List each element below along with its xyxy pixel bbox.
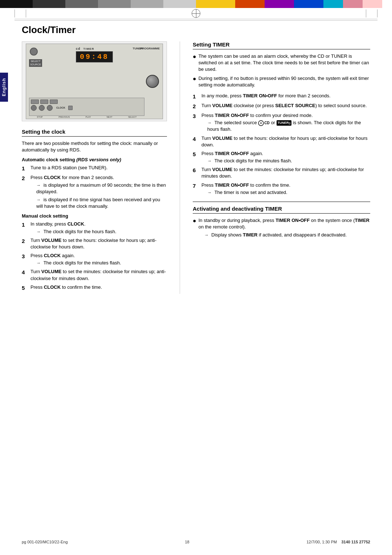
device-body: SELECTSOURCE cd TIMER 09:48 TUNER P (26, 44, 163, 119)
auto-clock-steps: 1 Tune to a RDS station (see TUNER). 2 P… (22, 165, 167, 210)
manual-num-3: 3 (22, 252, 28, 266)
auto-step-2-note1: → is displayed for a maximum of 90 secon… (30, 182, 167, 195)
footer-right: 12/7/00, 1:30 PM 3140 115 27752 (306, 540, 370, 544)
page-wrapper: English Clock/Timer SELECTSOURCE (0, 0, 392, 555)
timer-bullet-text-1: The system can be used as an alarm clock… (199, 53, 370, 73)
timer-note-7: → The timer is now set and activated. (201, 189, 370, 196)
timer-bullet-2: ● During setting, if no button is presse… (193, 75, 370, 88)
tuner-source-icon: TUNER)) (277, 120, 292, 126)
activating-bullet-1: ● In standby or during playback, press T… (193, 217, 370, 239)
manual-note-text-1: The clock digits for the hours flash. (44, 229, 117, 234)
manual-step-3: 3 Press CLOCK again. → The clock digits … (22, 252, 167, 266)
manual-clock-steps: 1 In standby, press CLOCK. → The clock d… (22, 221, 167, 292)
timer-bullets: ● The system can be used as an alarm clo… (193, 53, 370, 88)
step-content-2: Press CLOCK for more than 2 seconds. → i… (30, 174, 167, 210)
section-divider (193, 202, 370, 202)
manual-content-1: In standby, press CLOCK. → The clock dig… (30, 221, 167, 235)
step-text-1: Tune to a RDS station (see TUNER). (30, 165, 107, 170)
activating-note-text: Display shows TIMER if activated, and di… (211, 232, 347, 238)
setting-clock-title: Setting the clock (22, 129, 167, 137)
step-num-2: 2 (22, 174, 28, 210)
footer-datetime: 12/7/00, 1:30 PM (306, 540, 337, 544)
bar-seg-7 (196, 0, 235, 8)
top-color-bar (0, 0, 392, 8)
top-bar-left (0, 0, 196, 8)
timer-step-1: 1 In any mode, press TIMER ON•OFF for mo… (193, 93, 370, 100)
timer-note-text-3: The selected source CD or TUNER)) is sho… (207, 120, 361, 132)
manual-clock-title: Manual clock setting (22, 213, 167, 219)
bar-seg-8 (235, 0, 265, 8)
activating-bullet-content: In standby or during playback, press TIM… (199, 217, 370, 239)
bar-seg-12 (343, 0, 363, 8)
auto-clock-title: Automatic clock setting (RDS versions on… (22, 157, 167, 162)
prog-label: PROGRAMME (140, 47, 160, 50)
manual-content-5: Press CLOCK to confirm the time. (30, 284, 167, 292)
bar-seg-6 (163, 0, 196, 8)
timer-step-7: 7 Press TIMER ON•OFF to confirm the time… (193, 182, 370, 196)
setting-timer-title: Setting TIMER (193, 41, 370, 49)
timer-content-6: Turn VOLUME to set the minutes: clockwis… (201, 166, 370, 179)
timer-num-2: 2 (193, 102, 199, 110)
setting-clock-section: Setting the clock There are two possible… (22, 129, 167, 292)
arrow-icon-2: → (36, 197, 41, 202)
timer-content-7: Press TIMER ON•OFF to confirm the time. … (201, 182, 370, 196)
timer-num-6: 6 (193, 166, 199, 179)
arrow-icon-m3: → (36, 260, 41, 266)
manual-content-2: Turn VOLUME to set the hours: clockwise … (30, 237, 167, 250)
bar-seg-5 (131, 0, 163, 8)
auto-step-2-note2: → is displayed if no time signal has bee… (30, 197, 167, 210)
right-column: Setting TIMER ● The system can be used a… (193, 41, 370, 294)
arrow-icon-1: → (36, 183, 41, 188)
select-source-label: SELECTSOURCE (29, 59, 42, 67)
bar-seg-2 (33, 0, 65, 8)
bar-seg-11 (323, 0, 343, 8)
bar-seg-9 (265, 0, 294, 8)
cd-source-icon: CD (258, 120, 269, 126)
center-display-area: cd TIMER 09:48 (76, 47, 113, 62)
cd-logo: cd (76, 47, 81, 50)
manual-content-4: Turn VOLUME to set the minutes: clockwis… (30, 268, 167, 281)
timer-step-6: 6 Turn VOLUME to set the minutes: clockw… (193, 166, 370, 179)
bullet-icon-2: ● (193, 76, 196, 88)
manual-num-4: 4 (22, 268, 28, 281)
timer-step-5: 5 Press TIMER ON•OFF again. → The clock … (193, 150, 370, 164)
note2-text: is displayed if no time signal has been … (36, 197, 160, 209)
timer-num-4: 4 (193, 135, 199, 148)
manual-note-text-3: The clock digits for the minutes flash. (44, 260, 121, 266)
bar-seg-13 (363, 0, 382, 8)
page-content: Clock/Timer SELECTSOURCE cd (0, 21, 392, 308)
page-title: Clock/Timer (22, 21, 370, 36)
manual-step-5: 5 Press CLOCK to confirm the time. (22, 284, 167, 292)
standby-button-image (30, 48, 38, 56)
timer-step-3: 3 Press TIMER ON•OFF to confirm your des… (193, 112, 370, 133)
device-image: SELECTSOURCE cd TIMER 09:48 TUNER P (22, 41, 167, 121)
main-display: 09:48 (76, 51, 113, 62)
arrow-icon-t7: → (207, 190, 212, 195)
manual-text-4: Turn VOLUME to set the minutes: clockwis… (30, 269, 166, 281)
registration-marks (0, 8, 392, 19)
timer-steps: 1 In any mode, press TIMER ON•OFF for mo… (193, 93, 370, 196)
timer-num-7: 7 (193, 182, 199, 196)
manual-note-1: → The clock digits for the hours flash. (30, 228, 167, 235)
activating-note: → Display shows TIMER if activated, and … (199, 232, 370, 238)
bullet-icon-act: ● (193, 218, 196, 239)
bar-seg-3 (65, 0, 98, 8)
manual-text-2: Turn VOLUME to set the hours: clockwise … (30, 238, 156, 250)
timer-content-2: Turn VOLUME clockwise (or press SELECT S… (201, 102, 370, 110)
manual-step-1: 1 In standby, press CLOCK. → The clock d… (22, 221, 167, 235)
arrow-icon-t3: → (207, 120, 212, 125)
svg-point-1 (260, 122, 262, 124)
svg-point-0 (258, 121, 264, 126)
footer-left: pg 001-020/MC10/22-Eng (22, 540, 68, 544)
timer-content-1: In any mode, press TIMER ON•OFF for more… (201, 93, 370, 100)
footer: pg 001-020/MC10/22-Eng 18 12/7/00, 1:30 … (22, 540, 370, 544)
timer-content-5: Press TIMER ON•OFF again. → The clock di… (201, 150, 370, 164)
setting-timer-section: Setting TIMER ● The system can be used a… (193, 41, 370, 196)
timer-text-5: Press TIMER ON•OFF again. (201, 151, 263, 156)
manual-step-2: 2 Turn VOLUME to set the hours: clockwis… (22, 237, 167, 250)
manual-text-3: Press CLOCK again. (30, 253, 75, 258)
manual-note-3: → The clock digits for the minutes flash… (30, 260, 167, 266)
timer-num-3: 3 (193, 112, 199, 133)
timer-text-1: In any mode, press TIMER ON•OFF for more… (201, 93, 331, 98)
manual-num-1: 1 (22, 221, 28, 235)
